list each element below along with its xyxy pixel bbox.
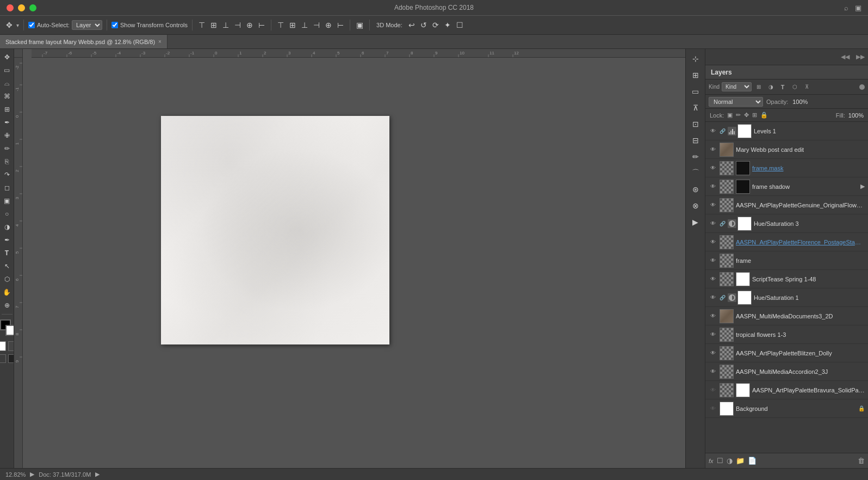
transform-controls-checkbox[interactable] <box>111 22 118 28</box>
history-tool[interactable]: ↷ <box>1 169 13 181</box>
layer-row[interactable]: 👁 AASPN_ArtPlayPaletteGenuine_OriginalFl… <box>705 196 868 214</box>
path-select-tool[interactable]: ↖ <box>1 260 13 272</box>
shape-tool[interactable]: ⬡ <box>1 273 13 285</box>
3d-transform-btn[interactable]: ⊹ <box>688 51 703 66</box>
lasso-tool[interactable]: ⌓ <box>1 77 13 89</box>
screen-mode2[interactable] <box>8 354 15 363</box>
distribute-top[interactable]: ⊤ <box>276 20 286 30</box>
filter-adjust-btn[interactable]: ◑ <box>766 82 776 92</box>
brush-tool-r[interactable]: ✏ <box>688 149 703 164</box>
minimize-button[interactable] <box>18 4 25 11</box>
zoom-tool[interactable]: ⊕ <box>1 299 13 311</box>
tab-close-btn[interactable]: × <box>158 39 162 45</box>
layer-visibility-icon[interactable]: 👁 <box>709 164 717 173</box>
layer-visibility-icon[interactable]: 👁 <box>709 182 717 191</box>
filter-toggle-dot[interactable] <box>859 84 865 90</box>
align-vcenter[interactable]: ⊞ <box>209 20 219 30</box>
move-tool-btn[interactable]: ✥ <box>4 20 14 30</box>
3d-btn1[interactable]: ↩ <box>407 20 417 30</box>
lock-pixels-btn[interactable]: ✏ <box>736 112 741 119</box>
filter-smart-btn[interactable]: ⊼ <box>802 82 811 92</box>
layer-row[interactable]: 👁 AASPN_MultiMediaDocuments3_2D <box>705 307 868 325</box>
filter-type-select[interactable]: Kind <box>722 82 752 91</box>
layer-visibility-icon[interactable]: 👁 <box>709 145 717 154</box>
distribute-left[interactable]: ⊣ <box>312 20 321 30</box>
transform-controls-label[interactable]: Show Transform Controls <box>111 22 188 28</box>
auto-select-label[interactable]: Auto-Select: <box>28 22 70 28</box>
3d-btn5[interactable]: ☐ <box>455 20 465 30</box>
quick-mask-on[interactable] <box>8 341 15 351</box>
layer-row[interactable]: 👁 AASPN_ArtPlayPaletteBlitzen_Dolly <box>705 344 868 362</box>
distribute-right[interactable]: ⊢ <box>336 20 345 30</box>
layer-visibility-icon[interactable]: 👁 <box>709 367 717 376</box>
doc-tab[interactable]: Stacked frame layout Mary Webb.psd @ 12.… <box>0 35 168 48</box>
layer-row[interactable]: 👁 AASPN_ArtPlayPaletteBravura_SolidPap..… <box>705 381 868 399</box>
misc-tool-r3[interactable]: ⊛ <box>688 182 703 197</box>
select-tool-r[interactable]: ▭ <box>688 84 703 99</box>
status-arrow[interactable]: ▶ <box>95 471 100 478</box>
blend-mode-select[interactable]: Normal <box>709 97 763 107</box>
3d-btn2[interactable]: ↺ <box>419 20 429 30</box>
hand-tool[interactable]: ✋ <box>1 286 13 298</box>
layer-link-chain[interactable]: 🔗 <box>720 128 726 134</box>
align-hcenter[interactable]: ⊕ <box>245 20 255 30</box>
layer-visibility-icon[interactable]: 👁 <box>709 330 717 339</box>
lock-position-btn[interactable]: ✥ <box>744 112 749 119</box>
background-color[interactable] <box>5 325 14 336</box>
filter-shape-btn[interactable]: ⬡ <box>790 82 799 92</box>
magic-wand-tool[interactable]: ⌘ <box>1 90 13 102</box>
distribute-hcenter[interactable]: ⊕ <box>324 20 333 30</box>
layer-row[interactable]: 👁 tropical flowers 1-3 <box>705 325 868 344</box>
layer-visibility-icon[interactable]: 👁 <box>709 238 717 247</box>
3d-btn4[interactable]: ✦ <box>443 20 452 30</box>
pen-tool[interactable]: ✒ <box>1 234 13 246</box>
add-mask-button[interactable]: ☐ <box>717 457 723 465</box>
lock-transparent-btn[interactable]: ▣ <box>727 112 733 119</box>
screen-mode1[interactable] <box>0 354 6 363</box>
panels-icon[interactable]: ▣ <box>855 4 861 12</box>
healing-tool[interactable]: ✙ <box>1 130 13 141</box>
brush-tool[interactable]: ✏ <box>1 143 13 155</box>
layer-visibility-icon[interactable]: 👁 <box>709 312 717 321</box>
layer-link-chain[interactable]: 🔗 <box>720 295 726 300</box>
layer-visibility-icon[interactable]: 👁 <box>709 275 717 284</box>
smudge-tool-r[interactable]: ⌒ <box>688 165 703 181</box>
layer-row[interactable]: 👁 ScriptTease Spring 1-48 <box>705 270 868 288</box>
new-layer-button[interactable]: 📄 <box>748 457 757 465</box>
align-left[interactable]: ⊣ <box>233 20 243 30</box>
collapse-icon[interactable]: ◀◀ <box>841 53 850 60</box>
layer-select[interactable]: Layer <box>72 20 102 30</box>
play-btn-r[interactable]: ▶ <box>688 214 703 230</box>
lock-all-btn[interactable]: 🔒 <box>760 112 768 119</box>
auto-select-checkbox[interactable] <box>28 22 35 28</box>
gradient-tool[interactable]: ▣ <box>1 195 13 207</box>
maximize-button[interactable] <box>29 4 36 11</box>
status-triangle[interactable]: ▶ <box>30 471 34 478</box>
3d-select-btn[interactable]: ⊞ <box>688 67 703 83</box>
delete-layer-button[interactable]: 🗑 <box>858 457 865 465</box>
layer-row[interactable]: 👁 frame <box>705 251 868 270</box>
align-right[interactable]: ⊢ <box>257 20 266 30</box>
layer-row[interactable]: 👁 frame.mask <box>705 159 868 177</box>
eyedropper-tool[interactable]: ✒ <box>1 116 13 128</box>
close-button[interactable] <box>7 4 14 11</box>
layer-visibility-icon[interactable]: 👁 <box>709 127 717 136</box>
layer-visibility-icon[interactable]: 👁 <box>709 201 717 210</box>
layer-visibility-icon[interactable]: 👁 <box>709 349 717 358</box>
lock-artboard-btn[interactable]: ⊞ <box>752 112 757 119</box>
layer-visibility-icon[interactable]: 👁 <box>709 256 717 265</box>
extra-btn[interactable]: ▣ <box>355 20 365 30</box>
add-adjustment-button[interactable]: ◑ <box>727 457 733 465</box>
layer-visibility-icon[interactable]: 👁 <box>709 293 717 302</box>
layer-name-link[interactable]: AASPN_ArtPlayPaletteFlorence_PostageStam… <box>736 239 865 245</box>
text-tool[interactable]: T <box>1 247 13 259</box>
misc-tool-r1[interactable]: ⊡ <box>688 116 703 132</box>
layer-row[interactable]: 👁 frame shadow ▶ <box>705 177 868 196</box>
blur-tool[interactable]: ○ <box>1 208 13 220</box>
layer-row[interactable]: 👁 Mary Webb post card edit <box>705 140 868 159</box>
dodge-tool[interactable]: ◑ <box>1 221 13 233</box>
move-tool[interactable]: ✥ <box>1 51 13 63</box>
distribute-vcenter[interactable]: ⊞ <box>288 20 297 30</box>
filter-type-btn[interactable]: T <box>778 82 788 92</box>
layer-visibility-icon[interactable]: 👁 <box>709 219 717 228</box>
